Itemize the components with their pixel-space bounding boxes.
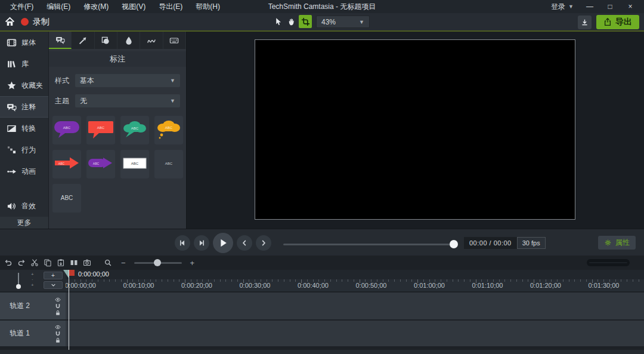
menu-item[interactable]: 视图(V): [115, 0, 152, 13]
callout-cloud[interactable]: ABC: [120, 116, 149, 144]
sidebar-more-button[interactable]: 更多: [0, 217, 48, 229]
menu-item[interactable]: 导出(E): [152, 0, 189, 13]
track-lock-toggle[interactable]: [55, 310, 61, 316]
next-frame-button[interactable]: [194, 235, 209, 251]
scrubber[interactable]: [283, 244, 456, 245]
sidebar-item-media[interactable]: 媒体: [0, 32, 48, 53]
track-header[interactable]: 轨道 1: [0, 321, 66, 346]
sidebar-item-annotation[interactable]: 注释: [0, 96, 48, 118]
ruler-tick: [98, 279, 98, 282]
playhead[interactable]: [69, 270, 69, 350]
previous-button[interactable]: [237, 235, 252, 251]
previous-frame-button[interactable]: [175, 235, 190, 251]
minimize-button[interactable]: —: [580, 0, 600, 13]
tab-blur[interactable]: [117, 32, 140, 49]
timeline-zoom-slider[interactable]: [134, 262, 182, 264]
copy-button[interactable]: [42, 257, 52, 268]
toolbar-left: 录制: [5, 13, 49, 30]
record-button[interactable]: 录制: [21, 17, 49, 27]
callout-bubble-round[interactable]: ABC: [52, 116, 81, 144]
timeline-edit-buttons: [3, 256, 92, 270]
download-button[interactable]: [578, 16, 592, 29]
annotation-tabs: [49, 32, 186, 49]
track-lock-toggle[interactable]: [55, 337, 61, 343]
callout-bubble-rect[interactable]: ABC: [86, 116, 115, 144]
style-value: 基本: [80, 76, 94, 86]
close-button[interactable]: ×: [620, 0, 640, 13]
callout-arrow-pill[interactable]: ABC: [86, 150, 115, 178]
play-button[interactable]: [213, 233, 233, 253]
menu-item[interactable]: 编辑(E): [40, 0, 77, 13]
ruler-tick: [411, 279, 412, 282]
tab-callouts[interactable]: [49, 32, 72, 49]
track-magnet-toggle[interactable]: [55, 331, 61, 337]
sidebar-item-transition[interactable]: 转换: [0, 118, 48, 139]
tab-keystroke[interactable]: [163, 32, 186, 49]
redo-icon: [17, 258, 26, 267]
menu-item[interactable]: 修改(M): [77, 0, 115, 13]
cut-button[interactable]: [29, 257, 39, 268]
magnifier-icon[interactable]: [103, 257, 113, 268]
split-button[interactable]: [69, 257, 79, 268]
callout-arrow[interactable]: ABC: [52, 150, 81, 178]
chevron-right-icon: [259, 239, 268, 247]
login-button[interactable]: 登录 ▼: [545, 2, 580, 12]
track-height-slider[interactable]: [14, 273, 23, 289]
callout-icon: [55, 35, 65, 45]
timeline-zoom-slider-thumb[interactable]: [154, 259, 161, 266]
scrubber-thumb[interactable]: [450, 240, 458, 248]
callout-text-box[interactable]: ABC: [120, 150, 149, 178]
ruler-tick: [330, 279, 331, 282]
timeline-zoom-out-button[interactable]: −: [121, 259, 126, 267]
collapse-tracks-button[interactable]: [44, 281, 63, 289]
add-track-button[interactable]: +: [44, 272, 63, 279]
magnet-icon: [55, 303, 61, 309]
annotation-icon: [7, 102, 17, 112]
callout-thought-cloud[interactable]: ABC: [154, 116, 183, 144]
sidebar-item-audio[interactable]: 音效: [0, 195, 48, 217]
tab-arrows[interactable]: [72, 32, 94, 49]
callout-text-large[interactable]: ABC: [52, 184, 81, 213]
ruler-tick: [225, 279, 226, 282]
pan-tool-button[interactable]: [285, 15, 298, 28]
timeline-horizontal-scrollbar[interactable]: [587, 259, 630, 266]
maximize-button[interactable]: □: [600, 0, 620, 13]
timeline-ruler[interactable]: 0:00:00;000:00:10;000:00:20;000:00:30;00…: [66, 270, 644, 291]
home-icon[interactable]: [5, 17, 15, 27]
paste-button[interactable]: [55, 257, 66, 268]
track-magnet-toggle[interactable]: [55, 303, 61, 309]
style-select[interactable]: 基本 ▼: [75, 74, 180, 87]
theme-value: 无: [80, 96, 87, 106]
sidebar-item-star[interactable]: 收藏夹: [0, 75, 48, 96]
track-lane[interactable]: [66, 321, 644, 346]
callout-shape: ABC: [88, 119, 114, 141]
menu-item[interactable]: 帮助(H): [189, 0, 227, 13]
track-lane[interactable]: [66, 293, 644, 319]
canvas[interactable]: [255, 39, 575, 220]
sidebar-item-behavior[interactable]: 行为: [0, 139, 48, 161]
undo-button[interactable]: [3, 257, 13, 268]
track-eye-toggle[interactable]: [55, 297, 61, 303]
next-button[interactable]: [256, 235, 271, 251]
track-header[interactable]: 轨道 2: [0, 293, 66, 319]
ruler-tick: [516, 279, 517, 282]
canvas-zoom-select[interactable]: 43% ▼: [316, 16, 370, 28]
tab-shapes[interactable]: [95, 32, 117, 49]
menu-item[interactable]: 文件(F): [4, 0, 40, 13]
ruler-label: 0:00:50;00: [356, 282, 387, 289]
screenshot-button[interactable]: [82, 257, 92, 268]
redo-button[interactable]: [16, 257, 26, 268]
sidebar-item-library[interactable]: 库: [0, 53, 48, 75]
crop-tool-button[interactable]: [299, 15, 312, 28]
callout-text-plain[interactable]: ABC: [154, 150, 183, 178]
playhead-out-handle[interactable]: [69, 270, 75, 276]
sidebar-item-animation[interactable]: 动画: [0, 161, 48, 182]
track-eye-toggle[interactable]: [55, 324, 61, 330]
tab-sketch-motion[interactable]: [140, 32, 163, 49]
cursor-tool-button[interactable]: [271, 15, 284, 28]
properties-button[interactable]: 属性: [598, 236, 636, 250]
theme-select[interactable]: 无 ▼: [75, 94, 180, 107]
export-button[interactable]: 导出: [596, 15, 639, 29]
timeline-zoom-in-button[interactable]: +: [190, 259, 195, 267]
step-back-icon: [178, 239, 187, 247]
